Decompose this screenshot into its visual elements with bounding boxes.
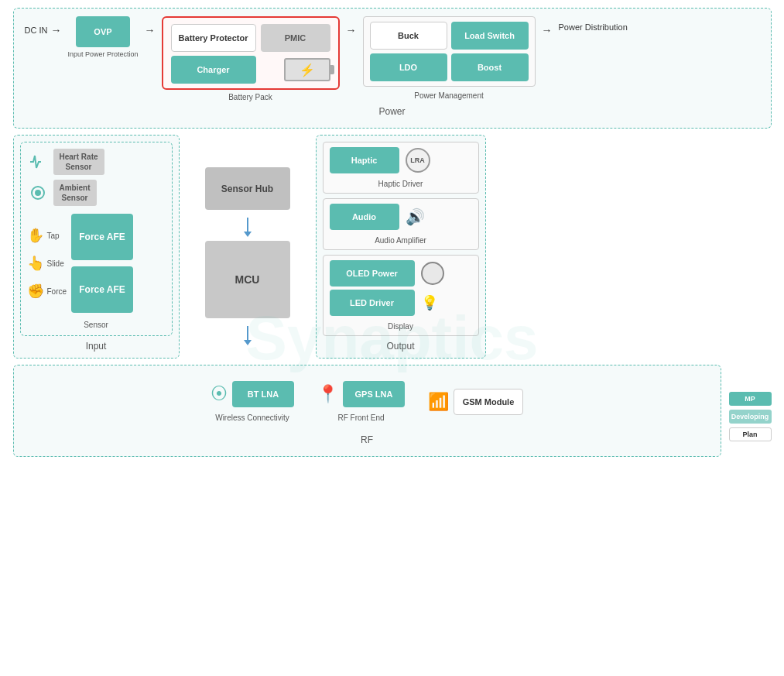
audio-amplifier-block: Audio 🔊 Audio Amplifier: [323, 198, 479, 250]
speaker-icon: 🔊: [406, 208, 425, 226]
power-management-label: Power Management: [414, 91, 484, 100]
led-driver-box: LED Driver: [330, 290, 415, 316]
arrowhead-icon: [244, 232, 252, 237]
oled-power-box: OLED Power: [330, 260, 415, 287]
force-icon: ✊: [27, 283, 44, 300]
battery-pack-wrapper: Battery Protector PMIC Charger ⚡ Battery…: [162, 16, 340, 101]
power-section: DC IN → OVP Input Power Protection → Bat…: [13, 8, 772, 129]
input-label: Input: [20, 341, 173, 352]
power-distribution-wrapper: Power Distribution: [559, 22, 628, 32]
battery-pack-box: Battery Protector PMIC Charger ⚡: [162, 16, 340, 90]
gsm-icon: 📶: [428, 392, 449, 412]
arrow-line: [247, 218, 248, 233]
gesture-labels: ✋ Tap 👆 Slide ✊ Force: [27, 227, 67, 300]
input-power-protection-label: Input Power Protection: [67, 50, 138, 59]
bolt-icon: ⚡: [300, 63, 315, 77]
ambient-sensor-box: Ambient Sensor: [53, 180, 97, 206]
load-switch-box: Load Switch: [451, 22, 529, 50]
gsm-module-box: GSM Module: [454, 389, 523, 415]
display-block: OLED Power LED Driver 💡 Display: [323, 255, 479, 336]
output-inner: Haptic LRA Haptic Driver Audio 🔊 Audio A…: [323, 142, 479, 336]
heartrate-icon: [27, 151, 49, 173]
rf-front-end-label: RF Front End: [337, 413, 384, 422]
battery-icon: ⚡: [284, 58, 330, 81]
gsm-group: 📶 GSM Module: [428, 389, 523, 415]
gsm-row: 📶 GSM Module: [428, 389, 523, 415]
audio-row: Audio 🔊: [330, 204, 472, 230]
arrow3-icon: →: [346, 24, 357, 36]
ovp-box: OVP: [76, 16, 130, 47]
sensor-label: Sensor: [27, 321, 166, 329]
audio-box: Audio: [330, 204, 399, 230]
gps-lna-row: 📍 GPS LNA: [317, 381, 405, 407]
haptic-driver-block: Haptic LRA Haptic Driver: [323, 142, 479, 194]
bluetooth-icon: ⦿: [211, 384, 228, 404]
ambient-sensor-row: Ambient Sensor: [27, 180, 166, 206]
buck-box: Buck: [370, 22, 447, 50]
legend-plan: Plan: [729, 427, 772, 441]
gps-lna-box: GPS LNA: [343, 381, 405, 407]
slide-label: Slide: [47, 259, 64, 268]
oled-circle: [421, 262, 444, 285]
power-distribution-label: Power Distribution: [559, 22, 628, 32]
output-label: Output: [323, 341, 479, 352]
sensor-subsection: Heart Rate Sensor Ambient Sensor: [20, 142, 173, 336]
mcu-box: MCU: [205, 241, 290, 318]
sensor-hub-box: Sensor Hub: [205, 167, 290, 210]
force-afe-group: Force AFE Force AFE: [71, 214, 133, 313]
arrow-down-2-connector: [247, 326, 248, 341]
middle-section: Heart Rate Sensor Ambient Sensor: [13, 135, 772, 359]
input-power-protection-box: OVP Input Power Protection: [67, 16, 138, 59]
gps-icon: 📍: [317, 384, 338, 404]
force-afe-box-1: Force AFE: [71, 214, 133, 260]
haptic-row: Haptic LRA: [330, 147, 472, 173]
legend-mp: MP: [729, 392, 772, 406]
arrow2-icon: →: [145, 24, 156, 36]
haptic-box: Haptic: [330, 147, 399, 173]
dc-in-label: DC IN: [25, 26, 48, 35]
heart-rate-sensor-box: Heart Rate Sensor: [53, 149, 104, 175]
wireless-connectivity-group: ⦿ BT LNA Wireless Connectivity: [211, 381, 294, 422]
heart-rate-row: Heart Rate Sensor: [27, 149, 166, 175]
dc-in-connector: DC IN →: [25, 24, 62, 36]
lra-circle: LRA: [406, 148, 430, 173]
bt-lna-box: BT LNA: [232, 381, 294, 407]
arrowhead2-icon: [244, 340, 252, 345]
arrow4-icon: →: [542, 24, 553, 36]
led-row: LED Driver 💡: [330, 290, 472, 316]
pmic-box: PMIC: [261, 24, 330, 52]
legend-developing-box: Developing: [729, 410, 772, 424]
legend-developing: Developing: [729, 410, 772, 424]
power-management-wrapper: Buck Load Switch LDO Boost Power Managem…: [363, 16, 536, 100]
arrow-down-connector: [247, 218, 248, 233]
bt-lna-row: ⦿ BT LNA: [211, 381, 294, 407]
battery-protector-box: Battery Protector: [171, 24, 256, 52]
center-section: Sensor Hub MCU: [186, 135, 310, 359]
slide-group: 👆 Slide: [27, 255, 67, 272]
legend-section: MP Developing Plan: [729, 392, 772, 457]
power-label: Power: [25, 106, 760, 117]
battery-pack-label: Battery Pack: [228, 93, 272, 101]
haptic-driver-label: Haptic Driver: [330, 180, 472, 188]
tap-row: ✋ Tap 👆 Slide ✊ Force Force AF: [27, 214, 166, 313]
arrow-line-2: [247, 326, 248, 341]
tap-group: ✋ Tap: [27, 227, 67, 244]
force-group: ✊ Force: [27, 283, 67, 300]
svg-point-1: [36, 190, 40, 195]
input-section: Heart Rate Sensor Ambient Sensor: [13, 135, 180, 359]
ambient-icon: [27, 182, 49, 204]
legend-plan-box: Plan: [729, 427, 772, 441]
force-afe-box-2: Force AFE: [71, 266, 133, 313]
boost-box: Boost: [451, 53, 529, 81]
power-management-box: Buck Load Switch LDO Boost: [363, 16, 536, 87]
wireless-connectivity-label: Wireless Connectivity: [215, 413, 289, 422]
oled-row: OLED Power: [330, 260, 472, 287]
led-icon: 💡: [421, 294, 438, 311]
arrow-icon: →: [50, 24, 61, 36]
audio-amplifier-label: Audio Amplifier: [330, 236, 472, 245]
ldo-box: LDO: [370, 53, 447, 81]
rf-inner: ⦿ BT LNA Wireless Connectivity 📍 GPS LNA…: [25, 373, 710, 430]
bottom-row: ⦿ BT LNA Wireless Connectivity 📍 GPS LNA…: [13, 365, 772, 457]
rf-front-end-group: 📍 GPS LNA RF Front End: [317, 381, 405, 422]
force-label: Force: [47, 287, 67, 296]
